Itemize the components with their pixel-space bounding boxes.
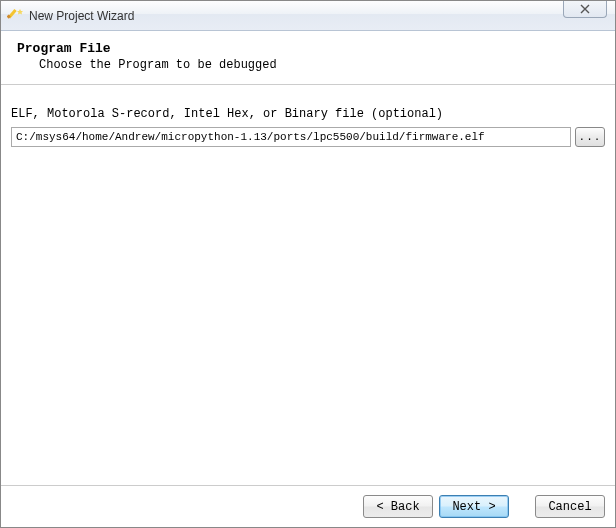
wizard-body: ELF, Motorola S-record, Intel Hex, or Bi… — [1, 85, 615, 157]
wizard-footer: < Back Next > Cancel — [1, 485, 615, 527]
back-button[interactable]: < Back — [363, 495, 433, 518]
program-file-input[interactable] — [11, 127, 571, 147]
cancel-button-label: Cancel — [548, 500, 591, 514]
svg-marker-2 — [17, 9, 23, 15]
next-button-label: Next > — [452, 500, 495, 514]
page-title: Program File — [17, 41, 599, 56]
browse-button[interactable]: ... — [575, 127, 605, 147]
close-button[interactable] — [563, 0, 607, 18]
back-button-label: < Back — [376, 500, 419, 514]
window-title: New Project Wizard — [29, 9, 134, 23]
file-field-label: ELF, Motorola S-record, Intel Hex, or Bi… — [11, 107, 605, 121]
wizard-header: Program File Choose the Program to be de… — [1, 31, 615, 85]
page-subtitle: Choose the Program to be debugged — [17, 58, 599, 72]
cancel-button[interactable]: Cancel — [535, 495, 605, 518]
file-input-row: ... — [11, 127, 605, 147]
next-button[interactable]: Next > — [439, 495, 509, 518]
window-titlebar: New Project Wizard — [1, 1, 615, 31]
wizard-icon — [7, 8, 23, 24]
